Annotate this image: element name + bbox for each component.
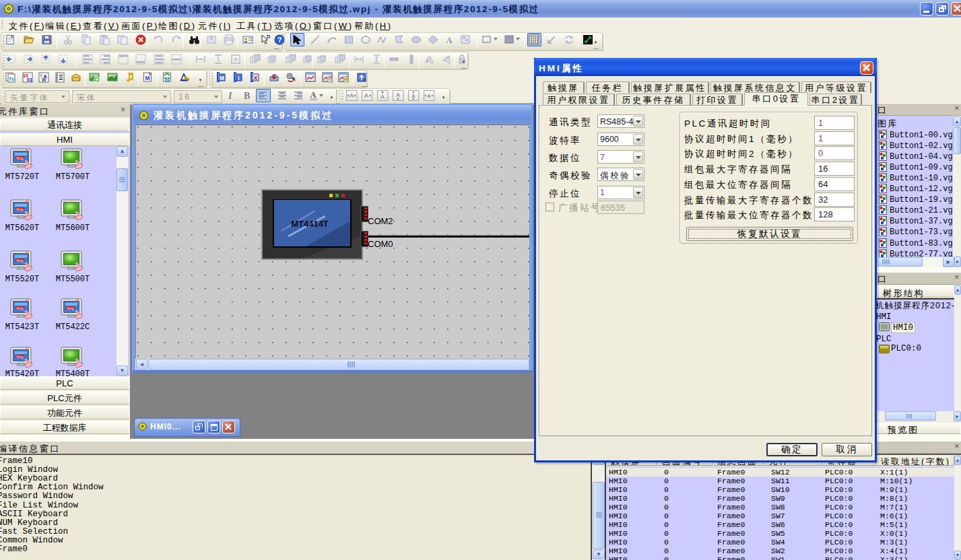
- svg-text:i: i: [238, 75, 239, 81]
- svg-text:A: A: [364, 92, 369, 99]
- svg-text:A: A: [427, 93, 431, 99]
- svg-text:King: King: [16, 355, 23, 359]
- svg-text:A: A: [396, 92, 401, 98]
- svg-text:King: King: [16, 156, 23, 160]
- svg-text:A: A: [446, 35, 453, 45]
- svg-text:Te: Te: [9, 76, 15, 82]
- svg-text:M: M: [220, 75, 224, 81]
- svg-text:King: King: [16, 306, 23, 310]
- svg-text:01: 01: [27, 77, 32, 82]
- svg-text:King: King: [16, 258, 23, 262]
- svg-text:W: W: [42, 77, 46, 82]
- svg-text:A: A: [350, 92, 354, 99]
- svg-text:MT4414T: MT4414T: [291, 219, 329, 229]
- svg-text:King: King: [67, 306, 73, 310]
- svg-text:M: M: [145, 75, 150, 81]
- svg-text:X: X: [253, 75, 257, 81]
- svg-text:A: A: [380, 94, 385, 100]
- svg-text:A: A: [310, 90, 317, 100]
- svg-text:King: King: [16, 207, 23, 211]
